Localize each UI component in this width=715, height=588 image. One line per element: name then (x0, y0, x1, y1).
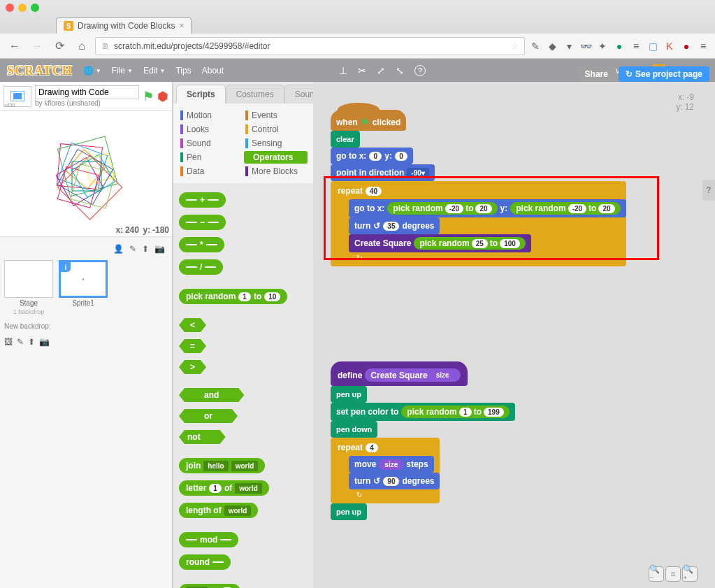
help-tab[interactable]: ? (702, 180, 715, 201)
zoom-in-button[interactable]: 🔍⁺ (682, 566, 698, 582)
op-or[interactable]: or (179, 409, 238, 423)
project-title-input[interactable] (35, 85, 139, 99)
ext-icon-4[interactable]: ✦ (596, 40, 609, 52)
home-button[interactable]: ⌂ (73, 37, 91, 55)
repeat-4-block[interactable]: repeat4 movesizesteps turn↺90degrees (331, 438, 440, 503)
set-pen-color-block[interactable]: set pen color to pick random1to199 (331, 403, 515, 421)
op-letter[interactable]: letter1ofworld (179, 480, 269, 496)
cat-events[interactable]: Events (244, 109, 308, 122)
stage-preview[interactable]: x: 240 y: -180 (0, 111, 172, 237)
op-not[interactable]: not (179, 430, 226, 444)
op-join[interactable]: joinhelloworld (179, 458, 265, 473)
op-mul[interactable]: * (179, 237, 224, 252)
cat-control[interactable]: Control (244, 123, 308, 136)
op-sqrt[interactable]: sqrtof9 (179, 584, 240, 588)
help-icon[interactable]: ? (414, 65, 426, 76)
flag-icon: ⚑ (361, 117, 370, 128)
new-sprite-library-icon[interactable]: 👤 (113, 244, 124, 254)
highlight-annotation (324, 176, 659, 260)
op-length[interactable]: length ofworld (179, 503, 258, 518)
pen-up-2-block[interactable]: pen up (331, 503, 367, 520)
stage-item[interactable]: Stage 1 backdrop (4, 260, 53, 315)
see-project-button[interactable]: ↻See project page (619, 66, 709, 82)
menu-icon[interactable]: ≡ (697, 40, 709, 52)
duplicate-icon[interactable]: ✂ (358, 65, 366, 76)
op-sub[interactable]: − (179, 215, 226, 230)
scratch-logo[interactable]: SCRATCH (7, 64, 73, 78)
reload-button[interactable]: ⟳ (50, 37, 68, 55)
cat-more[interactable]: More Blocks (244, 165, 308, 178)
goto-block[interactable]: go to x:0y:0 (331, 148, 413, 164)
script-2[interactable]: define Create Squaresize pen up set pen … (331, 361, 515, 520)
backdrop-camera-icon[interactable]: 📷 (39, 337, 50, 347)
zoom-reset-button[interactable]: = (665, 566, 681, 582)
op-and[interactable]: and (179, 388, 244, 402)
minimize-window-icon[interactable] (18, 3, 27, 12)
shrink-icon[interactable]: ⤡ (396, 65, 404, 76)
script-area[interactable]: x: -9 y: 12 when⚑clicked clear go to x:0… (313, 82, 715, 588)
cat-motion[interactable]: Motion (179, 109, 243, 122)
backdrop-upload-icon[interactable]: ⬆ (28, 337, 35, 347)
cat-looks[interactable]: Looks (179, 123, 243, 136)
op-gt[interactable]: > (179, 360, 206, 374)
new-sprite-camera-icon[interactable]: 📷 (154, 244, 165, 254)
op-round[interactable]: round (179, 554, 231, 570)
about-menu[interactable]: About (202, 66, 224, 76)
ext-icon-5[interactable]: ▢ (647, 40, 659, 52)
star-icon[interactable]: ☆ (511, 41, 519, 51)
tab-costumes[interactable]: Costumes (226, 85, 284, 103)
ext-icon-6[interactable]: K (663, 40, 676, 52)
op-random[interactable]: pick random1to10 (179, 289, 287, 304)
back-button[interactable]: ← (6, 37, 24, 55)
file-menu[interactable]: File▼ (112, 66, 133, 76)
pen-down-block[interactable]: pen down (331, 421, 377, 438)
block-palette: + − * / pick random1to10 < = > and or no… (173, 183, 313, 588)
tab-close-icon[interactable]: × (179, 21, 184, 31)
stop-icon[interactable]: ⬢ (157, 89, 168, 104)
maximize-window-icon[interactable] (31, 3, 39, 12)
new-sprite-paint-icon[interactable]: ✎ (129, 244, 136, 254)
move-block[interactable]: movesizesteps (349, 456, 434, 473)
ext-icon-2[interactable]: ◆ (546, 40, 558, 52)
cat-data[interactable]: Data (179, 165, 243, 178)
op-lt[interactable]: < (179, 318, 206, 332)
cat-operators[interactable]: Operators (244, 151, 308, 164)
when-flag-clicked-block[interactable]: when⚑clicked (331, 110, 406, 131)
tips-menu[interactable]: Tips (175, 66, 191, 76)
ext-icon-3[interactable]: 👓 (579, 40, 592, 52)
clear-block[interactable]: clear (331, 131, 360, 148)
share-button[interactable]: Share (578, 66, 615, 82)
forward-button[interactable]: → (28, 37, 46, 55)
hangouts-icon[interactable]: ● (613, 40, 626, 52)
globe-icon[interactable]: 🌐▼ (83, 66, 101, 76)
zoom-out-button[interactable]: 🔍⁻ (649, 566, 664, 582)
url-bar[interactable]: 🗎 scratch.mit.edu/projects/42599958/#edi… (95, 37, 525, 55)
grow-icon[interactable]: ⤢ (377, 65, 385, 76)
cat-sound[interactable]: Sound (179, 137, 243, 150)
op-div[interactable]: / (179, 259, 223, 275)
stamp-icon[interactable]: ⊥ (339, 65, 347, 76)
tab-scripts[interactable]: Scripts (176, 85, 226, 103)
cat-pen[interactable]: Pen (179, 151, 243, 164)
close-window-icon[interactable] (6, 3, 14, 12)
turn-90-block[interactable]: turn↺90degrees (349, 473, 440, 489)
pen-up-block[interactable]: pen up (331, 386, 367, 403)
browser-tab[interactable]: S Drawing with Code Blocks × (56, 17, 192, 34)
op-add[interactable]: + (179, 192, 226, 208)
backdrop-paint-icon[interactable]: ✎ (17, 337, 24, 347)
green-flag-icon[interactable]: ⚑ (143, 89, 154, 104)
sprite-info-icon[interactable]: i (61, 262, 71, 272)
op-mod[interactable]: mod (179, 532, 238, 547)
new-sprite-upload-icon[interactable]: ⬆ (142, 244, 149, 254)
define-block[interactable]: define Create Squaresize (331, 361, 468, 386)
buffer-icon[interactable]: ≡ (630, 40, 642, 52)
backdrop-library-icon[interactable]: 🖼 (4, 337, 13, 347)
sprite1-item[interactable]: i• Sprite1 (59, 260, 108, 315)
pocket-icon[interactable]: ▾ (563, 40, 575, 52)
presentation-mode-icon[interactable] (3, 86, 31, 107)
pinterest-icon[interactable]: ● (680, 40, 693, 52)
cat-sensing[interactable]: Sensing (244, 137, 308, 150)
ext-icon-1[interactable]: ✎ (529, 40, 542, 52)
edit-menu[interactable]: Edit▼ (143, 66, 166, 76)
op-eq[interactable]: = (179, 339, 206, 353)
